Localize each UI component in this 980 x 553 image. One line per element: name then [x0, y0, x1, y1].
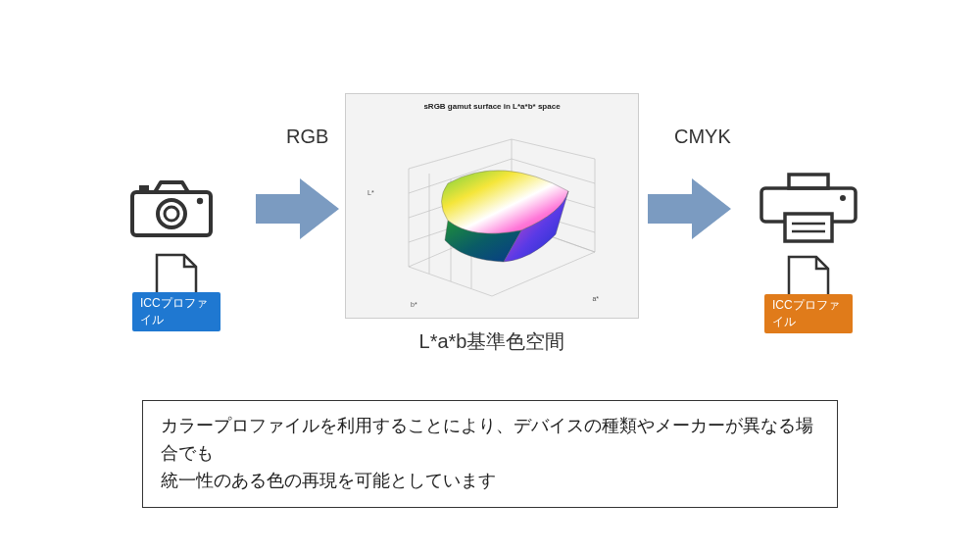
svg-point-15 [840, 195, 846, 201]
description-box: カラープロファイルを利用することにより、デバイスの種類やメーカーが異なる場合でも… [142, 400, 838, 508]
description-line1: カラープロファイルを利用することにより、デバイスの種類やメーカーが異なる場合でも [161, 413, 819, 468]
printer-profile-file: ICCプロファイル [764, 255, 853, 333]
lab-gamut-3d: L* b* a* [352, 113, 632, 312]
printer-block [760, 171, 858, 249]
axis-label-L: L* [368, 189, 374, 196]
icc-tag-camera: ICCプロファイル [132, 292, 220, 331]
axis-label-a: a* [592, 295, 599, 302]
diagram-stage: RGB CMYK ICCプロファイル sRGB gamut surface in… [0, 0, 980, 553]
svg-rect-14 [789, 175, 828, 188]
printer-icon [760, 171, 858, 245]
center-caption: L*a*b基準色空間 [345, 328, 639, 355]
camera-icon [127, 176, 216, 239]
arrow-right-icon [643, 176, 736, 241]
camera-profile-file: ICCプロファイル [132, 253, 220, 331]
svg-rect-16 [785, 214, 832, 241]
arrow-rgb [251, 176, 344, 245]
plot-title: sRGB gamut surface in L*a*b* space [423, 102, 560, 111]
svg-point-1 [158, 200, 185, 227]
icc-tag-printer: ICCプロファイル [764, 294, 853, 333]
svg-point-2 [165, 207, 178, 221]
arrow-cmyk [643, 176, 736, 245]
description-line2: 統一性のある色の再現を可能としています [161, 468, 819, 495]
lab-plot-frame: sRGB gamut surface in L*a*b* space [345, 93, 639, 319]
camera-block [127, 176, 216, 243]
svg-point-4 [197, 198, 203, 204]
axis-label-b: b* [411, 301, 417, 308]
arrow-right-icon [251, 176, 344, 241]
arrow-label-rgb: RGB [286, 126, 328, 148]
arrow-label-cmyk: CMYK [674, 126, 731, 148]
svg-rect-3 [139, 185, 149, 190]
